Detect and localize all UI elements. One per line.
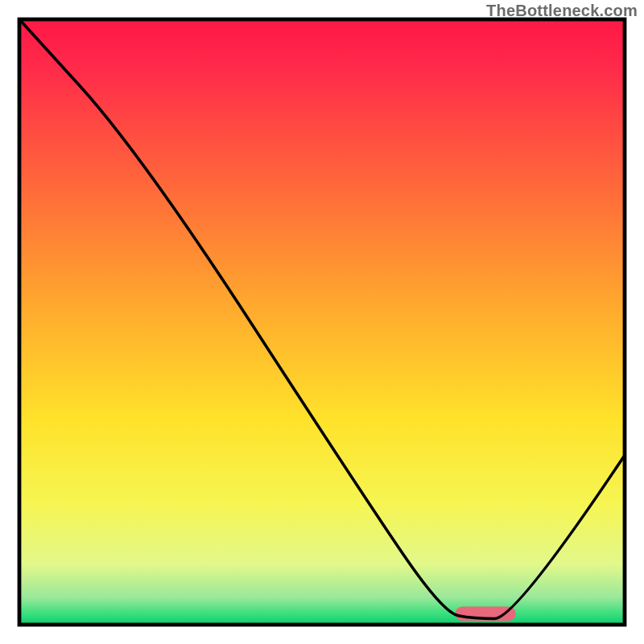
chart-container: TheBottleneck.com xyxy=(0,0,644,644)
plot-background xyxy=(19,19,625,625)
watermark-label: TheBottleneck.com xyxy=(486,2,638,20)
bottleneck-chart xyxy=(0,0,644,644)
